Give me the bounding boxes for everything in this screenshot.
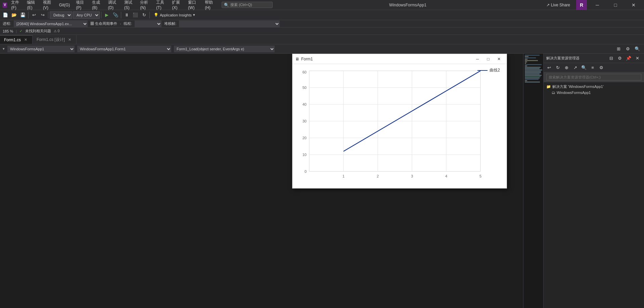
se-collapse-btn[interactable]: ⊟: [607, 54, 615, 62]
tab-form1cs-design-label: Form1.cs [设计]: [37, 37, 65, 43]
app-title: WindowsFormsApp1: [273, 3, 543, 7]
stack-label: 堆栈帧:: [164, 21, 176, 26]
menu-extensions[interactable]: 扩展(X): [169, 0, 185, 11]
stack-dropdown[interactable]: [179, 20, 280, 27]
svg-text:10: 10: [303, 153, 307, 157]
file-path-dropdown[interactable]: WindowsFormsApp1: [7, 46, 75, 52]
cpu-config-dropdown[interactable]: Any CPU: [73, 11, 100, 19]
tab-form1cs-close[interactable]: ✕: [23, 37, 28, 43]
zoom-level: 185 %: [3, 29, 13, 33]
svg-text:50: 50: [303, 86, 307, 90]
se-tb-btn6[interactable]: ≡: [589, 64, 597, 72]
app-insights-dropdown-icon: ▾: [193, 13, 195, 17]
live-share-icon: ↗: [546, 3, 550, 7]
menu-build[interactable]: 生成(B): [89, 0, 105, 11]
menu-project[interactable]: 项目(P): [73, 0, 89, 11]
svg-text:4: 4: [445, 174, 447, 178]
live-share-button[interactable]: ↗ Live Share: [543, 2, 573, 8]
se-tb-btn4[interactable]: ↗: [571, 64, 579, 72]
bp-gutter-row[interactable]: [0, 54, 5, 61]
form1-window-title: Form1: [301, 57, 313, 61]
solution-search[interactable]: [544, 72, 644, 82]
se-project-icon: 🗂: [552, 91, 555, 95]
menu-file[interactable]: 文件(F): [8, 0, 24, 11]
tab-bar: Form1.cs ✕ Form1.cs [设计] ✕: [0, 35, 644, 44]
menu-help[interactable]: 帮助(H): [202, 0, 218, 11]
svg-text:1: 1: [342, 174, 344, 178]
process-dropdown[interactable]: [20840] WindowsFormsApp1.ex...: [14, 20, 88, 27]
se-tb-btn5[interactable]: 🔍: [580, 64, 588, 72]
form1-minimize-btn[interactable]: ─: [472, 55, 482, 63]
form1-title-bar: 🖥 Form1 ─ □ ✕: [292, 54, 507, 64]
search-icon: 🔍: [224, 3, 229, 7]
solution-explorer-tree: 📁 解决方案 'WindowsFormsApp1' 🗂 WindowsForms…: [544, 82, 644, 308]
restore-button[interactable]: □: [608, 0, 623, 10]
expand-all-btn[interactable]: ⊞: [614, 45, 623, 53]
toolbar2: 185 % | ✓ 未找到相关问题 ⚠ 0: [0, 28, 644, 35]
menu-debug[interactable]: 调试(D): [105, 0, 121, 11]
redo-btn[interactable]: ↪: [39, 11, 47, 19]
search-code-btn[interactable]: 🔍: [633, 45, 641, 53]
menu-test[interactable]: 测试(S): [122, 0, 137, 11]
class-dropdown[interactable]: WindowsFormsApp1.Form1: [77, 46, 171, 52]
issues-icon: ✓: [19, 29, 22, 33]
minimap: [523, 54, 543, 308]
debug-config-dropdown[interactable]: Debug: [50, 11, 72, 19]
sep1: [28, 12, 29, 18]
line-number-gutter: [5, 54, 22, 308]
close-button[interactable]: ✕: [626, 0, 641, 10]
save-btn[interactable]: 💾: [19, 11, 27, 19]
form1-restore-btn[interactable]: □: [483, 55, 493, 63]
menu-bar: 文件(F) 编辑(E) 视图(V) Git(G) 项目(P) 生成(B) 调试(…: [8, 0, 218, 11]
form1-close-btn[interactable]: ✕: [494, 55, 504, 63]
menu-tools[interactable]: 工具(T): [153, 0, 169, 11]
se-pin-btn[interactable]: 📌: [625, 54, 633, 62]
tab-form1cs[interactable]: Form1.cs ✕: [0, 35, 33, 44]
menu-view[interactable]: 视图(V): [40, 0, 56, 11]
open-btn[interactable]: 📂: [10, 11, 18, 19]
thread-dropdown[interactable]: [135, 20, 162, 27]
title-bar: V 文件(F) 编辑(E) 视图(V) Git(G) 项目(P) 生成(B) 调…: [0, 0, 644, 10]
se-tb-btn7[interactable]: ⚙: [597, 64, 605, 72]
svg-text:5: 5: [479, 174, 481, 178]
settings-btn[interactable]: ⚙: [624, 45, 632, 53]
se-solution-node[interactable]: 📁 解决方案 'WindowsFormsApp1': [546, 84, 641, 90]
chart-svg: 0 10 20 30 40 50 60 1 2 3 4 5: [296, 67, 491, 182]
se-project-node[interactable]: 🗂 WindowsFormsApp1: [546, 90, 641, 95]
se-solution-icon: 📁: [546, 85, 551, 89]
issues-count: ⚠ 0: [54, 29, 59, 33]
form1-preview-window[interactable]: 🖥 Form1 ─ □ ✕ 曲线2: [292, 54, 507, 189]
se-tb-btn1[interactable]: ↩: [545, 64, 553, 72]
new-file-btn[interactable]: 📄: [1, 11, 9, 19]
se-tb-btn3[interactable]: ⊕: [562, 64, 570, 72]
editor-header: ▾ WindowsFormsApp1 WindowsFormsApp1.Form…: [0, 44, 644, 54]
menu-window[interactable]: 窗口(W): [185, 0, 201, 11]
method-dropdown[interactable]: Form1_Load(object sender, EventArgs e): [174, 46, 275, 52]
form1-window-buttons: ─ □ ✕: [472, 55, 504, 63]
start-btn[interactable]: ▶: [103, 11, 111, 19]
solution-search-input[interactable]: [546, 74, 641, 81]
undo-btn[interactable]: ↩: [30, 11, 38, 19]
solution-explorer-title: 解决方案资源管理器: [546, 56, 580, 61]
debug-bar: 进程: [20840] WindowsFormsApp1.ex... ☰ 生命周…: [0, 20, 644, 28]
app-insights-button[interactable]: 💡 Application Insights ▾: [151, 11, 198, 19]
search-input[interactable]: 搜索 (Ctrl+Q): [230, 2, 252, 7]
legend-line: [477, 70, 488, 71]
menu-git[interactable]: Git(G): [56, 1, 73, 9]
se-settings-btn[interactable]: ⚙: [616, 54, 624, 62]
se-tb-btn2[interactable]: ↻: [554, 64, 562, 72]
stop-btn[interactable]: ⬛: [131, 11, 139, 19]
restart-btn[interactable]: ↻: [140, 11, 148, 19]
attach-btn[interactable]: 📎: [111, 11, 120, 19]
toolbar: 📄 📂 💾 ↩ ↪ Debug Any CPU ▶ 📎 ⏸ ⬛ ↻ 💡 Appl…: [0, 10, 644, 20]
tab-design-close[interactable]: ✕: [67, 37, 72, 42]
se-close-btn[interactable]: ✕: [633, 54, 641, 62]
thread-label: ·: [120, 22, 121, 26]
menu-analyze[interactable]: 分析(N): [137, 0, 153, 11]
tab-form1cs-design[interactable]: Form1.cs [设计] ✕: [33, 35, 77, 44]
svg-text:20: 20: [303, 136, 307, 140]
minimize-button[interactable]: ─: [590, 0, 605, 10]
pause-btn[interactable]: ⏸: [123, 11, 131, 19]
menu-edit[interactable]: 编辑(E): [24, 0, 40, 11]
svg-text:60: 60: [303, 70, 307, 74]
